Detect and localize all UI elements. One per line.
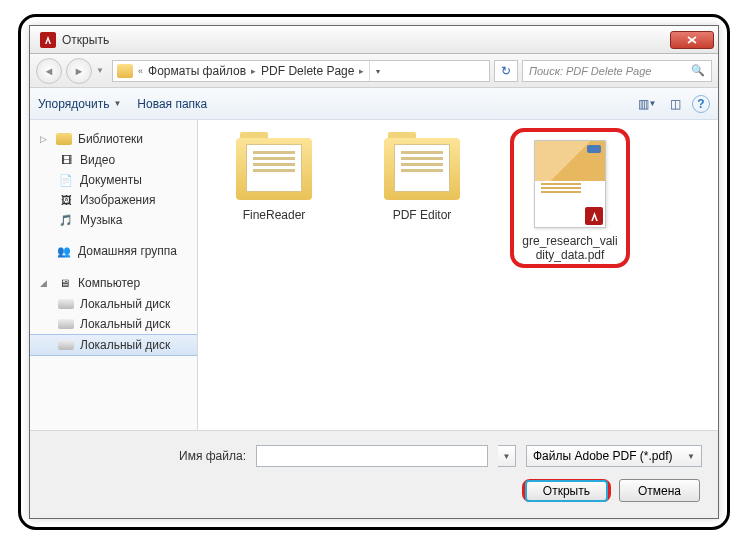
view-options-button[interactable]: ▥ ▼ <box>636 94 658 114</box>
folder-icon <box>236 138 312 200</box>
video-icon: 🎞 <box>58 153 74 167</box>
history-dropdown[interactable]: ▼ <box>96 66 108 75</box>
search-icon: 🔍 <box>691 64 705 77</box>
refresh-button[interactable]: ↻ <box>494 60 518 82</box>
file-list[interactable]: FineReader PDF Editor gre_research_valid… <box>198 120 718 430</box>
sidebar-item-disk[interactable]: Локальный диск <box>30 314 197 334</box>
pictures-icon: 🖼 <box>58 193 74 207</box>
folder-item[interactable]: PDF Editor <box>362 138 482 222</box>
nav-bar: ◄ ► ▼ « Форматы файлов ▸ PDF Delete Page… <box>30 54 718 88</box>
sidebar-item-pictures[interactable]: 🖼Изображения <box>30 190 197 210</box>
breadcrumb-segment[interactable]: Форматы файлов <box>148 64 246 78</box>
chevron-right-icon: ▸ <box>356 66 367 76</box>
toolbar: Упорядочить ▼ Новая папка ▥ ▼ ◫ ? <box>30 88 718 120</box>
sidebar-item-disk[interactable]: Локальный диск <box>30 294 197 314</box>
preview-pane-button[interactable]: ◫ <box>664 94 686 114</box>
filename-input[interactable] <box>256 445 488 467</box>
documents-icon: 📄 <box>58 173 74 187</box>
music-icon: 🎵 <box>58 213 74 227</box>
new-folder-button[interactable]: Новая папка <box>137 97 207 111</box>
chevron-right-icon: ▸ <box>248 66 259 76</box>
disk-icon <box>58 299 74 309</box>
open-file-dialog: Открыть ◄ ► ▼ « Форматы файлов ▸ PDF Del… <box>29 25 719 519</box>
folder-item[interactable]: FineReader <box>214 138 334 222</box>
disk-icon <box>58 340 74 350</box>
dialog-body: ▷Библиотеки 🎞Видео 📄Документы 🖼Изображен… <box>30 120 718 430</box>
sidebar-item-computer[interactable]: ◢🖥Компьютер <box>30 272 197 294</box>
item-label: FineReader <box>214 208 334 222</box>
chevron-down-icon: ▼ <box>113 99 121 108</box>
computer-icon: 🖥 <box>56 276 72 290</box>
sidebar-item-video[interactable]: 🎞Видео <box>30 150 197 170</box>
navigation-pane: ▷Библиотеки 🎞Видео 📄Документы 🖼Изображен… <box>30 120 198 430</box>
libraries-icon <box>56 133 72 145</box>
chevron-down-icon: ▼ <box>687 452 695 461</box>
sidebar-item-libraries[interactable]: ▷Библиотеки <box>30 128 197 150</box>
adobe-badge-icon <box>585 207 603 225</box>
item-label: gre_research_validity_data.pdf <box>520 234 620 262</box>
filename-label: Имя файла: <box>46 449 246 463</box>
item-label: PDF Editor <box>362 208 482 222</box>
sidebar-item-music[interactable]: 🎵Музыка <box>30 210 197 230</box>
disk-icon <box>58 319 74 329</box>
window-title: Открыть <box>62 33 109 47</box>
file-item-highlighted[interactable]: gre_research_validity_data.pdf <box>510 128 630 268</box>
address-bar[interactable]: « Форматы файлов ▸ PDF Delete Page ▸ ▾ <box>112 60 490 82</box>
forward-button[interactable]: ► <box>66 58 92 84</box>
title-bar: Открыть <box>30 26 718 54</box>
filename-dropdown[interactable]: ▼ <box>498 445 516 467</box>
annotation-frame: Открыть ◄ ► ▼ « Форматы файлов ▸ PDF Del… <box>18 14 730 530</box>
back-button[interactable]: ◄ <box>36 58 62 84</box>
adobe-icon <box>40 32 56 48</box>
search-input[interactable]: Поиск: PDF Delete Page 🔍 <box>522 60 712 82</box>
sidebar-item-disk-selected[interactable]: Локальный диск <box>30 334 197 356</box>
pdf-thumbnail-icon <box>534 140 606 228</box>
sidebar-item-documents[interactable]: 📄Документы <box>30 170 197 190</box>
organize-menu[interactable]: Упорядочить ▼ <box>38 97 121 111</box>
homegroup-icon: 👥 <box>56 244 72 258</box>
open-button[interactable]: Открыть <box>522 479 611 502</box>
search-placeholder: Поиск: PDF Delete Page <box>529 65 651 77</box>
dialog-footer: Имя файла: ▼ Файлы Adobe PDF (*.pdf) ▼ О… <box>30 430 718 518</box>
filetype-select[interactable]: Файлы Adobe PDF (*.pdf) ▼ <box>526 445 702 467</box>
close-button[interactable] <box>670 31 714 49</box>
cancel-button[interactable]: Отмена <box>619 479 700 502</box>
folder-icon <box>117 64 133 78</box>
breadcrumb-segment[interactable]: PDF Delete Page <box>261 64 354 78</box>
help-button[interactable]: ? <box>692 95 710 113</box>
chevron-left-icon: « <box>135 66 146 76</box>
folder-icon <box>384 138 460 200</box>
sidebar-item-homegroup[interactable]: 👥Домашняя группа <box>30 240 197 262</box>
breadcrumb-dropdown[interactable]: ▾ <box>369 61 385 81</box>
